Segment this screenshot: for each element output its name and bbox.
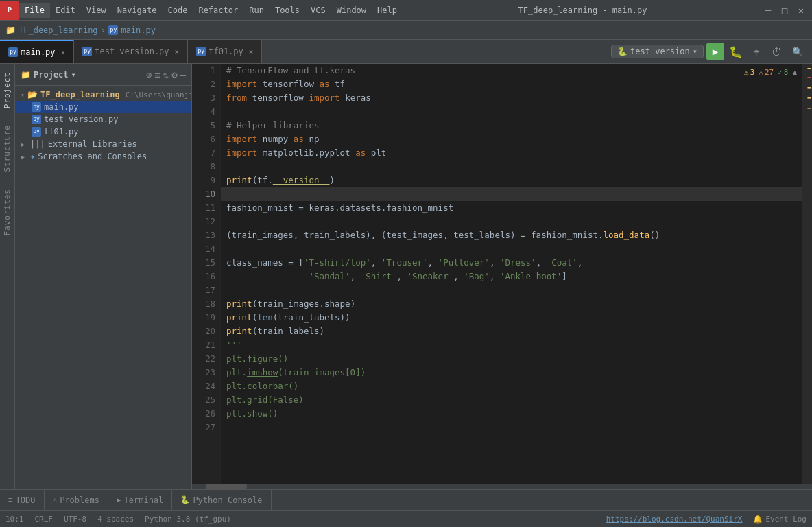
- code-line-22: plt.figure(): [221, 352, 802, 366]
- code-line-15: class_names = ['T-shirt/top', 'Trouser',…: [221, 256, 802, 270]
- todo-icon: ≡: [8, 495, 13, 504]
- code-line-9: print(tf.__version__): [221, 174, 802, 187]
- menu-file[interactable]: File: [19, 3, 50, 18]
- settings-button[interactable]: ⚙: [171, 69, 177, 80]
- minimize-button[interactable]: ─: [763, 5, 774, 16]
- ext-expand-arrow: ▶: [21, 141, 27, 148]
- vertical-tab-project[interactable]: Project: [1, 64, 14, 117]
- horizontal-scrollbar[interactable]: [192, 484, 812, 489]
- bottom-tab-problems[interactable]: ⚠ Problems: [45, 490, 108, 511]
- maximize-button[interactable]: □: [779, 5, 790, 16]
- ln-12: 12: [192, 215, 215, 229]
- run-config-arrow: ▾: [693, 47, 697, 56]
- project-dropdown-arrow[interactable]: ▾: [71, 70, 76, 80]
- ln-22: 22: [192, 352, 215, 366]
- code-container[interactable]: ⚠ 3 △ 27 ✓ 8 ▲ 1 2 3 4 5 6 7 8 9 10 11 1…: [192, 64, 812, 484]
- gutter-warning-3: ━: [808, 95, 811, 102]
- tab-close-tf01[interactable]: ✕: [249, 47, 254, 56]
- expand-all-button[interactable]: ⇅: [163, 69, 169, 80]
- status-line-ending[interactable]: CRLF: [29, 511, 59, 528]
- hide-panel-button[interactable]: —: [180, 69, 186, 80]
- folder-icon: 📁: [5, 25, 16, 35]
- ln-1: 1: [192, 64, 215, 78]
- scrollbar-thumb[interactable]: [206, 484, 247, 489]
- menu-vcs[interactable]: VCS: [305, 3, 331, 18]
- breadcrumb-file[interactable]: py main.py: [108, 25, 156, 35]
- ln-24: 24: [192, 379, 215, 393]
- status-encoding[interactable]: UTF-8: [58, 511, 92, 528]
- file-name-main: main.py: [44, 102, 79, 112]
- tab-close-main[interactable]: ✕: [61, 48, 66, 57]
- status-python-version[interactable]: Python 3.8 (tf_gpu): [139, 511, 237, 528]
- run-config-selector[interactable]: 🐍 test_version ▾: [611, 45, 704, 58]
- project-icon: 📁: [21, 70, 31, 80]
- ln-13: 13: [192, 229, 215, 242]
- code-line-20: print(train_labels): [221, 325, 802, 338]
- ok-count: ✓ 8: [778, 68, 788, 77]
- menu-view[interactable]: View: [81, 3, 112, 18]
- tab-tf01[interactable]: py tf01.py ✕: [188, 40, 262, 63]
- coverage-button[interactable]: ☂: [748, 43, 765, 60]
- code-line-10: [221, 187, 802, 201]
- code-line-27: [221, 421, 802, 434]
- ln-18: 18: [192, 297, 215, 311]
- code-line-13: (train_images, train_labels), (test_imag…: [221, 229, 802, 242]
- python-console-icon: 🐍: [180, 495, 190, 504]
- menu-code[interactable]: Code: [163, 3, 193, 18]
- profile-button[interactable]: ⏱: [768, 43, 786, 60]
- ln-2: 2: [192, 78, 215, 91]
- debug-button[interactable]: 🐛: [727, 43, 745, 60]
- tree-file-main-py[interactable]: py main.py: [15, 101, 191, 113]
- bottom-tab-todo[interactable]: ≡ TODO: [0, 490, 45, 511]
- window-title: TF_deep_learning - main.py: [518, 5, 647, 15]
- code-content[interactable]: # TensorFlow and tf.keras import tensorf…: [221, 64, 802, 484]
- vertical-tab-structure[interactable]: Structure: [1, 117, 14, 180]
- bottom-tab-terminal[interactable]: ▶ Terminal: [108, 490, 172, 511]
- locate-file-button[interactable]: ⊕: [146, 69, 152, 80]
- code-line-23: plt.imshow(train_images[0]): [221, 366, 802, 379]
- run-button[interactable]: ▶: [706, 43, 724, 60]
- project-panel: 📁 Project ▾ ⊕ ≡ ⇅ ⚙ — ▾ 📂 TF_deep_learni…: [15, 64, 192, 489]
- hint-bar: ⚠ 3 △ 27 ✓ 8 ▲: [739, 65, 802, 80]
- ln-21: 21: [192, 338, 215, 352]
- breadcrumb-separator: ›: [101, 25, 106, 35]
- tab-close-test[interactable]: ✕: [175, 47, 180, 56]
- vertical-tab-favorites[interactable]: Favorites: [1, 180, 14, 244]
- close-button[interactable]: ✕: [796, 5, 807, 16]
- hint-expand[interactable]: ▲: [792, 68, 797, 77]
- project-panel-title: 📁 Project ▾: [21, 70, 76, 80]
- tree-scratches-consoles[interactable]: ▶ ✦ Scratches and Consoles: [15, 150, 191, 163]
- menu-navigate[interactable]: Navigate: [112, 3, 163, 18]
- status-url[interactable]: https://blog.csdn.net/QuanSirX: [601, 511, 748, 528]
- tree-file-tf01[interactable]: py tf01.py: [15, 126, 191, 138]
- line-numbers: 1 2 3 4 5 6 7 8 9 10 11 12 13 14 15 16 1…: [192, 64, 221, 484]
- breadcrumb-project[interactable]: 📁 TF_deep_learning: [5, 25, 98, 35]
- tab-file-icon-main: py: [8, 47, 18, 57]
- status-indent[interactable]: 4 spaces: [92, 511, 139, 528]
- problems-icon: ⚠: [53, 495, 58, 504]
- editor-tabs: py main.py ✕ py test_version.py ✕ py tf0…: [0, 40, 812, 64]
- status-bar: 10:1 CRLF UTF-8 4 spaces Python 3.8 (tf_…: [0, 510, 812, 527]
- status-position[interactable]: 10:1: [0, 511, 29, 528]
- menu-tools[interactable]: Tools: [270, 3, 305, 18]
- menu-edit[interactable]: Edit: [50, 3, 81, 18]
- menu-run[interactable]: Run: [243, 3, 270, 18]
- code-line-3: from tensorflow import keras: [221, 91, 802, 105]
- tab-main-py[interactable]: py main.py ✕: [0, 40, 74, 63]
- menu-refactor[interactable]: Refactor: [193, 3, 243, 18]
- search-button[interactable]: 🔍: [789, 43, 807, 60]
- menu-help[interactable]: Help: [372, 3, 403, 18]
- ln-14: 14: [192, 242, 215, 256]
- menu-window[interactable]: Window: [331, 3, 372, 18]
- tree-file-test-version[interactable]: py test_version.py: [15, 113, 191, 126]
- code-line-24: plt.colorbar(): [221, 379, 802, 393]
- ln-26: 26: [192, 407, 215, 421]
- collapse-all-button[interactable]: ≡: [154, 69, 160, 80]
- status-event-log[interactable]: 🔔 Event Log: [748, 511, 812, 528]
- tree-root-folder[interactable]: ▾ 📂 TF_deep_learning C:\Users\quanjiamin…: [15, 89, 191, 101]
- ln-9: 9: [192, 174, 215, 187]
- bottom-tab-python-console[interactable]: 🐍 Python Console: [172, 490, 271, 511]
- right-gutter[interactable]: ━ ━ ━ ━ ━: [802, 64, 812, 484]
- tab-test-version[interactable]: py test_version.py ✕: [74, 40, 188, 63]
- tree-external-libraries[interactable]: ▶ ||| External Libraries: [15, 138, 191, 150]
